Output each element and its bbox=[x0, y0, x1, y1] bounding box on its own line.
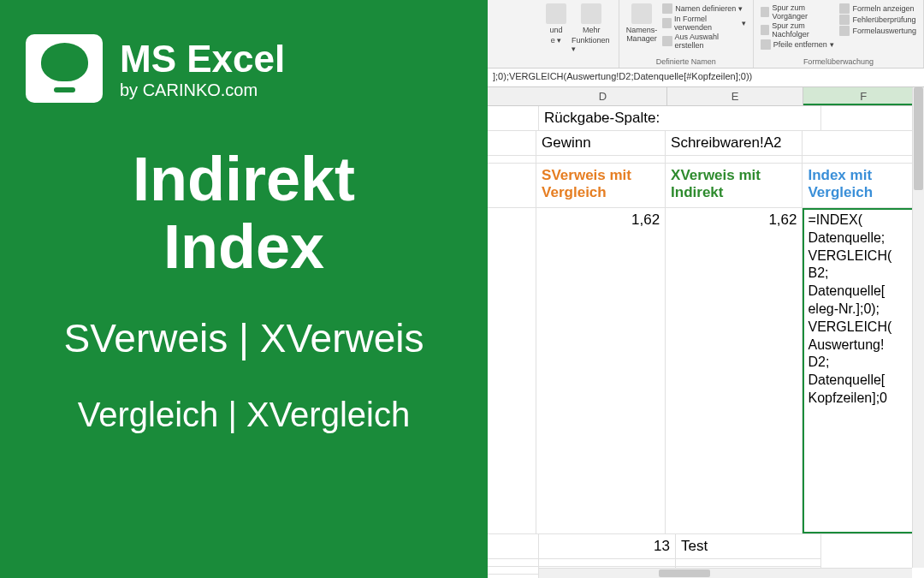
book-icon bbox=[581, 3, 601, 24]
ribbon-item-aus-auswahl-erstellen[interactable]: Aus Auswahl erstellen bbox=[662, 33, 746, 50]
show-icon bbox=[839, 3, 850, 14]
headline: Indirekt Index bbox=[26, 146, 462, 281]
tag-icon bbox=[631, 3, 652, 24]
trace-icon bbox=[761, 25, 769, 35]
subheadline-1: SVerweis | XVerweis bbox=[26, 315, 462, 361]
vertical-scrollbar[interactable] bbox=[912, 87, 924, 568]
ribbon: und e ▾ Mehr Funktionen ▾ Namens- Manage… bbox=[488, 0, 924, 69]
brand-title: MS Excel bbox=[120, 38, 285, 80]
tag-icon bbox=[662, 3, 672, 14]
ribbon-item-spur-nachfolger[interactable]: Spur zum Nachfolger bbox=[761, 21, 835, 39]
brand-subtitle: by CARINKO.com bbox=[120, 80, 285, 100]
table-row: Gewinn Schreibwaren!A2 bbox=[488, 131, 924, 156]
fx-icon bbox=[662, 18, 672, 28]
brand-row: MS Excel by CARINKO.com bbox=[26, 34, 462, 103]
table-row: SVerweis mit Vergleich XVerweis mit Indi… bbox=[488, 164, 924, 208]
ribbon-group-definierte-namen: Namens- Manager Namen definieren ▾ In Fo… bbox=[619, 0, 754, 68]
column-header-e[interactable]: E bbox=[667, 87, 803, 105]
error-icon bbox=[839, 15, 850, 25]
trace-icon bbox=[761, 7, 770, 17]
header-xverweis[interactable]: XVerweis mit Indirekt bbox=[666, 164, 803, 207]
horizontal-scrollbar[interactable] bbox=[539, 568, 912, 578]
ribbon-button-mehr-funktionen[interactable]: Mehr Funktionen ▾ bbox=[572, 3, 612, 66]
ribbon-item-formelauswertung[interactable]: Formelauswertung bbox=[839, 26, 916, 36]
grid-icon bbox=[662, 36, 672, 46]
cell[interactable]: Schreibwaren!A2 bbox=[666, 131, 803, 155]
header-index[interactable]: Index mit Vergleich bbox=[803, 164, 924, 207]
cell[interactable] bbox=[803, 131, 924, 155]
excel-window: und e ▾ Mehr Funktionen ▾ Namens- Manage… bbox=[488, 0, 924, 578]
ribbon-item-in-formel-verwenden[interactable]: In Formel verwenden ▾ bbox=[662, 15, 746, 32]
ribbon-item-formeln-anzeigen[interactable]: Formeln anzeigen bbox=[839, 3, 916, 14]
ribbon-item-namen-definieren[interactable]: Namen definieren ▾ bbox=[662, 3, 746, 14]
active-formula-cell[interactable]: =INDEX( Datenquelle; VERGLEICH( B2; Date… bbox=[803, 208, 924, 533]
subheadline-2: Vergleich | XVergleich bbox=[26, 396, 462, 434]
cell[interactable]: Gewinn bbox=[536, 131, 666, 155]
brand-monitor-icon bbox=[26, 34, 103, 103]
column-header-d[interactable]: D bbox=[539, 87, 667, 105]
column-header-row: D E F bbox=[488, 87, 924, 106]
scrollbar-thumb[interactable] bbox=[914, 87, 923, 190]
cell[interactable]: 13 bbox=[539, 534, 676, 558]
ribbon-button-namens-manager[interactable]: Namens- Manager bbox=[626, 3, 658, 56]
spreadsheet-grid[interactable]: D E F Rückgabe-Spalte: Gewinn Schreibwar… bbox=[488, 87, 924, 578]
ribbon-item-spur-vorgaenger[interactable]: Spur zum Vorgänger bbox=[761, 3, 835, 21]
cell[interactable]: Test bbox=[676, 534, 821, 558]
header-sverweis[interactable]: SVerweis mit Vergleich bbox=[536, 164, 666, 207]
ribbon-group-formelueberwachung: Spur zum Vorgänger Spur zum Nachfolger P… bbox=[754, 0, 924, 68]
ribbon-group-functions: und e ▾ Mehr Funktionen ▾ bbox=[539, 0, 619, 68]
ribbon-item-pfeile-entfernen[interactable]: Pfeile entfernen ▾ bbox=[761, 39, 835, 50]
remove-icon bbox=[761, 39, 771, 50]
column-header-f[interactable]: F bbox=[803, 87, 924, 105]
table-row: 1,62 1,62 =INDEX( Datenquelle; VERGLEICH… bbox=[488, 208, 924, 534]
book-icon bbox=[546, 3, 566, 24]
cell[interactable]: Rückgabe-Spalte: bbox=[539, 106, 821, 130]
eval-icon bbox=[839, 26, 850, 36]
headline-line-2: Index bbox=[26, 213, 462, 281]
headline-line-1: Indirekt bbox=[26, 146, 462, 213]
table-row: 13 Test bbox=[488, 534, 821, 559]
cell[interactable]: 1,62 bbox=[536, 208, 666, 533]
cell[interactable]: 1,62 bbox=[666, 208, 803, 533]
ribbon-button-und[interactable]: und e ▾ bbox=[546, 3, 566, 66]
ribbon-item-fehlerueberpruefung[interactable]: Fehlerüberprüfung bbox=[839, 15, 916, 25]
scrollbar-thumb[interactable] bbox=[659, 569, 710, 577]
table-row bbox=[488, 156, 924, 164]
table-row: Rückgabe-Spalte: bbox=[488, 106, 924, 131]
promo-panel: MS Excel by CARINKO.com Indirekt Index S… bbox=[0, 0, 488, 578]
formula-bar[interactable]: ];0);VERGLEICH(Auswertung!D2;Datenquelle… bbox=[488, 69, 924, 87]
